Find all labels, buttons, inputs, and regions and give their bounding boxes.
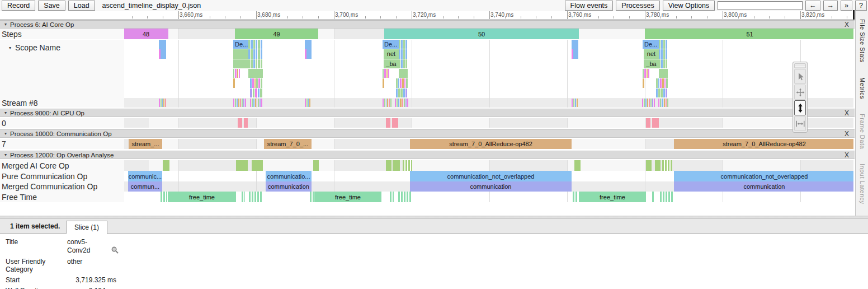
stream-slice[interactable]: [233, 99, 234, 107]
scope-slice[interactable]: [253, 59, 255, 68]
stream-slice[interactable]: [243, 99, 244, 107]
scope-slice-group[interactable]: [250, 88, 263, 97]
close-process-button[interactable]: X: [845, 151, 849, 159]
scope-slice[interactable]: net: [644, 49, 659, 58]
scope-slice[interactable]: [400, 88, 402, 97]
free-time-slice[interactable]: free_time: [314, 192, 381, 202]
scope-slice[interactable]: [233, 59, 248, 68]
merged-communication-slice[interactable]: communication: [410, 181, 572, 192]
scope-slice[interactable]: [396, 88, 398, 97]
stream-slice-group[interactable]: [250, 99, 263, 107]
scope-slice[interactable]: [233, 49, 248, 58]
scope-slice-group[interactable]: [656, 88, 668, 97]
cpu-op-slice[interactable]: [652, 118, 659, 128]
scope-slice[interactable]: [658, 78, 660, 87]
step-slice[interactable]: 49: [235, 29, 318, 39]
stream-slice[interactable]: [261, 99, 262, 107]
stream-slice[interactable]: [660, 99, 661, 107]
record-button[interactable]: Record: [2, 1, 35, 11]
stream-slice[interactable]: [165, 99, 166, 107]
scope-slice[interactable]: [661, 49, 663, 58]
comm-op-slice[interactable]: stream_...: [129, 139, 162, 149]
scope-slice[interactable]: [305, 49, 306, 58]
stream-slice[interactable]: [575, 99, 576, 107]
free-time-slice[interactable]: [398, 192, 412, 202]
scope-slice[interactable]: [400, 78, 402, 87]
stream-slice[interactable]: [404, 99, 405, 107]
scope-slice[interactable]: [233, 69, 234, 78]
free-time-slice[interactable]: [390, 192, 394, 202]
scope-slice[interactable]: [401, 59, 403, 68]
find-previous-button[interactable]: ←: [805, 1, 820, 11]
merged-ai-core-slice[interactable]: [386, 160, 391, 171]
scope-slice[interactable]: [399, 49, 400, 58]
scope-slice[interactable]: [401, 49, 403, 58]
view-options-button[interactable]: View Options: [663, 1, 715, 11]
select-tool-button[interactable]: [794, 69, 806, 84]
scope-slice-group[interactable]: [250, 78, 263, 87]
merged-ai-core-slice[interactable]: [574, 160, 581, 171]
scope-slice[interactable]: [402, 78, 404, 87]
cpu-op-slice[interactable]: [386, 118, 390, 128]
free-time-slice[interactable]: [660, 192, 674, 202]
scope-slice[interactable]: [251, 49, 252, 58]
processes-button[interactable]: Processes: [616, 1, 659, 11]
stream-slice[interactable]: [577, 99, 578, 107]
stream-slice[interactable]: [658, 99, 659, 107]
stream-slice-group[interactable]: [233, 99, 247, 107]
scope-slice-group[interactable]: [399, 59, 408, 68]
stream-slice[interactable]: [384, 99, 385, 107]
stream-slice[interactable]: [642, 99, 643, 107]
free-time-slice[interactable]: [652, 192, 655, 202]
scope-slice[interactable]: [233, 78, 235, 87]
scope-slice-group[interactable]: [383, 69, 390, 78]
scope-slice[interactable]: [656, 88, 658, 97]
stream-slice[interactable]: [644, 99, 645, 107]
scope-slice[interactable]: [258, 49, 260, 58]
stream-slice[interactable]: [654, 99, 655, 107]
tab-frame-data[interactable]: Frame Data: [859, 114, 866, 149]
scope-slice[interactable]: [260, 88, 262, 97]
find-next-button[interactable]: →: [823, 1, 838, 11]
scope-slice[interactable]: [666, 78, 668, 87]
help-button[interactable]: ?: [855, 1, 867, 11]
scope-slice-group[interactable]: [396, 78, 408, 87]
scope-slice[interactable]: [666, 40, 667, 49]
scope-slice-group[interactable]: [248, 49, 263, 58]
scope-slice[interactable]: [384, 69, 385, 78]
stream-slice[interactable]: [650, 99, 652, 107]
cpu-op-slice[interactable]: [392, 118, 398, 128]
stream-slice[interactable]: [163, 99, 164, 107]
scope-slice[interactable]: [643, 69, 644, 78]
scope-slice[interactable]: [404, 78, 406, 87]
scope-slice[interactable]: _ba: [644, 59, 659, 68]
scope-slice[interactable]: [663, 59, 665, 68]
scope-slice[interactable]: [398, 88, 400, 97]
scope-slice[interactable]: [396, 78, 398, 87]
scope-slice[interactable]: [255, 88, 257, 97]
pure-communication-slice[interactable]: communicatio...: [266, 171, 312, 181]
merged-ai-core-slice[interactable]: [393, 160, 400, 171]
merged-communication-slice[interactable]: communication: [674, 181, 853, 192]
stream-slice[interactable]: [666, 99, 667, 107]
scope-slice[interactable]: [258, 88, 260, 97]
scope-slice[interactable]: [405, 40, 407, 49]
pure-communication-slice[interactable]: communication_not_overlapped: [674, 171, 853, 181]
process-header-ai-cpu[interactable]: ▾ Process 9000: AI CPU Op X: [0, 109, 855, 117]
stream-slice[interactable]: [398, 99, 399, 107]
merged-ai-core-slice[interactable]: [236, 160, 248, 171]
stream-slice[interactable]: [383, 99, 384, 107]
scope-slice[interactable]: [403, 59, 405, 68]
stream-slice[interactable]: [306, 99, 308, 107]
stream-slice[interactable]: [662, 99, 663, 107]
step-slice[interactable]: 48: [124, 29, 168, 39]
free-time-slice[interactable]: [573, 192, 578, 202]
stream-slice[interactable]: [252, 99, 253, 107]
free-time-slice[interactable]: [242, 192, 245, 202]
free-time-slice[interactable]: free_time: [579, 192, 646, 202]
scope-slice[interactable]: [258, 59, 260, 68]
stream-slice[interactable]: [397, 99, 398, 107]
slice-tab[interactable]: Slice (1): [66, 221, 107, 234]
scope-slice[interactable]: [659, 40, 661, 49]
merged-ai-core-slice[interactable]: [655, 160, 661, 171]
